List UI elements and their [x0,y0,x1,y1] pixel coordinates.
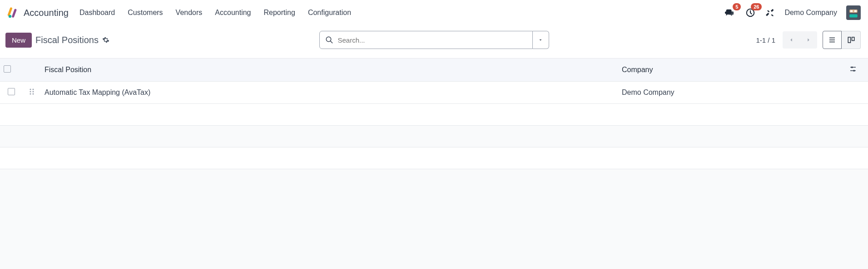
svg-rect-7 [854,10,857,12]
column-header-company[interactable]: Company [618,59,845,82]
new-button[interactable]: New [5,33,32,48]
table-header-row: Fiscal Position Company [0,59,868,82]
view-switcher [823,31,861,49]
svg-point-14 [851,66,853,68]
pager-buttons [783,31,817,49]
search-options-toggle[interactable] [533,31,549,49]
chevron-left-icon [788,37,794,43]
pager-text[interactable]: 1-1 / 1 [756,36,775,44]
column-header-fiscal-position[interactable]: Fiscal Position [41,59,618,82]
control-panel-right: 1-1 / 1 [756,31,861,49]
cell-fiscal-position: Automatic Tax Mapping (AvaTax) [41,82,618,104]
table-footer-row-2 [0,147,868,169]
tools-icon [766,8,775,17]
breadcrumb: Fiscal Positions [35,35,99,45]
sliders-icon [849,65,857,73]
nav-item-vendors[interactable]: Vendors [176,9,203,17]
control-panel: New Fiscal Positions 1-1 / 1 [0,25,868,58]
table-row[interactable]: Automatic Tax Mapping (AvaTax) Demo Comp… [0,82,868,104]
table-footer-row [0,104,868,126]
svg-rect-11 [848,37,850,43]
app-title[interactable]: Accounting [24,8,69,18]
nav-menu: Dashboard Customers Vendors Accounting R… [79,9,351,17]
view-list-button[interactable] [823,31,842,49]
optional-columns-button[interactable] [849,67,857,74]
avatar-icon [847,6,860,19]
table-spacer-row [0,126,868,147]
chevron-right-icon [805,37,812,43]
select-all-checkbox[interactable] [4,65,11,73]
nav-item-dashboard[interactable]: Dashboard [79,9,115,17]
svg-point-16 [853,70,855,72]
search-container [319,31,549,49]
navbar-right: 5 26 Demo Company [724,5,861,20]
nav-item-configuration[interactable]: Configuration [308,9,351,17]
kanban-icon [847,36,855,44]
svg-rect-12 [852,37,854,41]
company-switcher[interactable]: Demo Company [784,9,837,17]
svg-point-21 [30,93,31,94]
nav-item-accounting[interactable]: Accounting [215,9,251,17]
row-checkbox[interactable] [8,88,15,95]
svg-rect-8 [849,15,858,18]
list-view: Fiscal Position Company [0,58,868,169]
svg-rect-1 [12,9,17,18]
nav-item-customers[interactable]: Customers [128,9,163,17]
messages-badge: 5 [733,3,741,10]
pager-prev[interactable] [783,31,800,49]
nav-item-reporting[interactable]: Reporting [264,9,295,17]
app-logo[interactable] [7,7,18,18]
svg-point-17 [30,88,31,90]
messages-button[interactable]: 5 [724,7,735,19]
list-icon [828,36,836,44]
search-icon [325,36,333,44]
activities-button[interactable]: 26 [744,7,756,19]
activities-badge: 26 [751,3,762,10]
svg-point-18 [32,88,34,90]
search-input[interactable] [338,36,527,44]
drag-handle-icon[interactable] [29,89,35,97]
debug-button[interactable] [765,7,775,19]
svg-point-19 [30,91,31,92]
svg-rect-6 [850,10,853,12]
svg-line-10 [330,41,332,43]
top-navbar: Accounting Dashboard Customers Vendors A… [0,0,868,25]
search-box[interactable] [319,31,533,49]
user-avatar[interactable] [846,5,861,20]
cell-company: Demo Company [618,82,845,104]
view-kanban-button[interactable] [842,31,861,49]
gear-icon[interactable] [102,36,109,44]
svg-point-22 [32,93,34,94]
caret-down-icon [538,37,543,43]
svg-point-2 [9,15,11,18]
pager-next[interactable] [800,31,817,49]
svg-point-20 [32,91,34,92]
